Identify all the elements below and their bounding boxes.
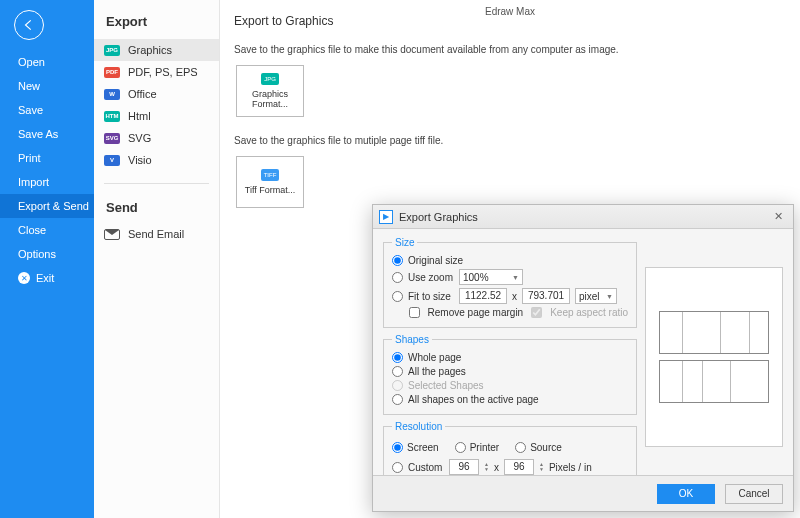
custom-radio[interactable] [392, 462, 403, 473]
tiff-format-tile[interactable]: TIFF Tiff Format... [236, 156, 304, 208]
sidebar-item-save[interactable]: Save [0, 98, 94, 122]
sidebar-item-exit[interactable]: ✕ Exit [0, 266, 94, 290]
format-item-visio[interactable]: VVisio [94, 149, 219, 171]
close-icon[interactable]: ✕ [769, 210, 787, 223]
original-size-radio[interactable] [392, 255, 403, 266]
cancel-button[interactable]: Cancel [725, 484, 783, 504]
x-label-2: x [494, 462, 499, 473]
fit-to-size-radio[interactable] [392, 291, 403, 302]
format-label: SVG [128, 132, 151, 144]
original-size-label: Original size [408, 255, 463, 266]
remove-margin-checkbox[interactable] [409, 307, 420, 318]
source-radio[interactable] [515, 442, 526, 453]
unit-select[interactable]: pixel▼ [575, 288, 617, 304]
export-title: Export [94, 0, 219, 39]
tiff-icon: TIFF [261, 169, 279, 181]
selected-shapes-label: Selected Shapes [408, 380, 484, 391]
fit-to-size-label: Fit to size [408, 291, 454, 302]
shapes-fieldset: Shapes Whole page All the pages Selected… [383, 334, 637, 415]
shapes-legend: Shapes [392, 334, 432, 345]
ok-button[interactable]: OK [657, 484, 715, 504]
source-label: Source [530, 442, 562, 453]
page-title: Export to Graphics [220, 0, 800, 38]
use-zoom-label: Use zoom [408, 272, 454, 283]
all-pages-label: All the pages [408, 366, 466, 377]
send-email-label: Send Email [128, 228, 184, 240]
format-label: Office [128, 88, 157, 100]
dialog-footer: OK Cancel [373, 475, 793, 511]
tile2-label: Tiff Format... [245, 185, 296, 195]
res-y-input[interactable]: 96 [504, 459, 534, 475]
preview-pane [645, 267, 783, 447]
format-item-svg[interactable]: SVGSVG [94, 127, 219, 149]
spinner-icon[interactable]: ▲▼ [539, 462, 544, 472]
selected-shapes-radio [392, 380, 403, 391]
whole-page-radio[interactable] [392, 352, 403, 363]
format-icon: W [104, 89, 120, 100]
sidebar-item-save-as[interactable]: Save As [0, 122, 94, 146]
format-item-graphics[interactable]: JPGGraphics [94, 39, 219, 61]
graphics-format-tile[interactable]: JPG Graphics Format... [236, 65, 304, 117]
format-label: Html [128, 110, 151, 122]
size-fieldset: Size Original size Use zoom 100%▼ Fit to… [383, 237, 637, 328]
divider [104, 183, 209, 184]
dialog-title: Export Graphics [399, 211, 478, 223]
size-legend: Size [392, 237, 417, 248]
back-button[interactable] [14, 10, 44, 40]
mail-icon [104, 229, 120, 240]
width-input[interactable]: 1122.52 [459, 288, 507, 304]
chevron-down-icon: ▼ [606, 293, 613, 300]
send-title: Send [94, 196, 219, 223]
sidebar-item-open[interactable]: Open [0, 50, 94, 74]
preview-thumbnail [659, 311, 769, 403]
chevron-down-icon: ▼ [512, 274, 519, 281]
exit-icon: ✕ [18, 272, 30, 284]
res-unit-label: Pixels / in [549, 462, 592, 473]
description-1: Save to the graphics file to make this d… [220, 38, 800, 65]
screen-radio[interactable] [392, 442, 403, 453]
zoom-select[interactable]: 100%▼ [459, 269, 523, 285]
dialog-icon: ▶ [379, 210, 393, 224]
all-active-label: All shapes on the active page [408, 394, 539, 405]
format-label: Visio [128, 154, 152, 166]
format-icon: JPG [104, 45, 120, 56]
res-x-input[interactable]: 96 [449, 459, 479, 475]
sidebar-item-new[interactable]: New [0, 74, 94, 98]
height-input[interactable]: 793.701 [522, 288, 570, 304]
x-label: x [512, 291, 517, 302]
sidebar-item-print[interactable]: Print [0, 146, 94, 170]
export-panel: Export JPGGraphicsPDFPDF, PS, EPSWOffice… [94, 0, 220, 518]
format-icon: PDF [104, 67, 120, 78]
all-pages-radio[interactable] [392, 366, 403, 377]
printer-label: Printer [470, 442, 499, 453]
file-sidebar: OpenNewSaveSave AsPrintImportExport & Se… [0, 0, 94, 518]
format-item-office[interactable]: WOffice [94, 83, 219, 105]
dialog-titlebar[interactable]: ▶ Export Graphics ✕ [373, 205, 793, 229]
keep-aspect-checkbox [531, 307, 542, 318]
sidebar-exit-label: Exit [36, 272, 54, 284]
use-zoom-radio[interactable] [392, 272, 403, 283]
sidebar-item-export-send[interactable]: Export & Send [0, 194, 94, 218]
format-label: PDF, PS, EPS [128, 66, 198, 78]
tile1-label: Graphics Format... [237, 89, 303, 109]
screen-label: Screen [407, 442, 439, 453]
description-2: Save to the graphics file to mutiple pag… [220, 129, 800, 156]
format-icon: V [104, 155, 120, 166]
format-icon: SVG [104, 133, 120, 144]
sidebar-item-import[interactable]: Import [0, 170, 94, 194]
custom-label: Custom [408, 462, 444, 473]
send-email-item[interactable]: Send Email [94, 223, 219, 245]
all-active-radio[interactable] [392, 394, 403, 405]
back-arrow-icon [22, 18, 36, 32]
export-graphics-dialog: ▶ Export Graphics ✕ Size Original size U… [372, 204, 794, 512]
format-icon: HTM [104, 111, 120, 122]
sidebar-item-options[interactable]: Options [0, 242, 94, 266]
spinner-icon[interactable]: ▲▼ [484, 462, 489, 472]
format-item-pdf-ps-eps[interactable]: PDFPDF, PS, EPS [94, 61, 219, 83]
printer-radio[interactable] [455, 442, 466, 453]
format-item-html[interactable]: HTMHtml [94, 105, 219, 127]
resolution-legend: Resolution [392, 421, 445, 432]
sidebar-item-close[interactable]: Close [0, 218, 94, 242]
format-label: Graphics [128, 44, 172, 56]
remove-margin-label: Remove page margin [428, 307, 524, 318]
